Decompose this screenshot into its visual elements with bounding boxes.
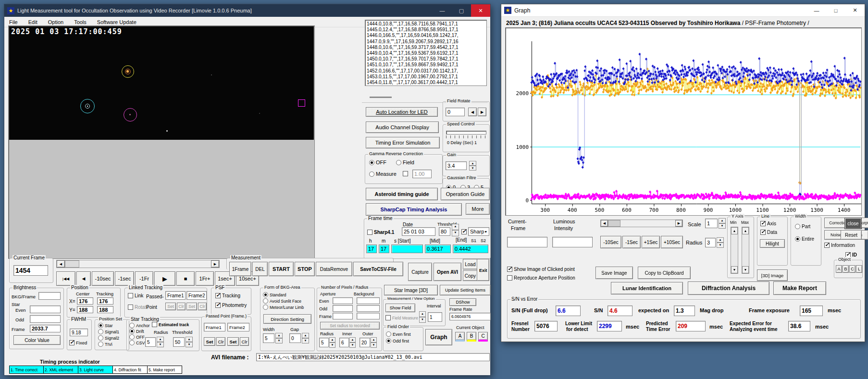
- direction-setting-button[interactable]: Direction Setting: [263, 314, 311, 324]
- spin-down-icon[interactable]: ▼: [469, 166, 476, 171]
- gamma-measure-radio[interactable]: [369, 171, 374, 177]
- scrollbar-thumb[interactable]: [608, 220, 620, 227]
- px-even-bkg-field[interactable]: [357, 297, 380, 304]
- px-odd-aperture-field[interactable]: [333, 305, 353, 312]
- second-end-field[interactable]: 0.4442: [453, 245, 488, 253]
- passed-frame2-field[interactable]: Frame2: [227, 323, 249, 331]
- drift-radio[interactable]: [129, 329, 135, 334]
- scroll-left-icon[interactable]: ◀: [601, 220, 608, 227]
- spin-up-icon[interactable]: ▲: [275, 333, 283, 338]
- posset-tivi-radio[interactable]: [98, 342, 103, 347]
- width-entire-radio[interactable]: [795, 236, 800, 242]
- interval-spinner[interactable]: ▲▼: [419, 311, 426, 323]
- minus-1sec-button[interactable]: -1sec: [115, 271, 134, 286]
- px-outer-field[interactable]: 20: [360, 338, 370, 347]
- spin-up-icon[interactable]: ▲: [419, 311, 426, 317]
- fresnel-field[interactable]: 5076: [534, 321, 558, 331]
- graph-scrollbar[interactable]: ◀ ▶: [600, 220, 683, 227]
- estimated-track-checkbox[interactable]: [152, 322, 157, 327]
- asteroid-timing-guide-button[interactable]: Asteroid timing guide: [366, 188, 438, 200]
- graph-object-l-button[interactable]: L: [856, 265, 862, 273]
- goto-first-frame-button[interactable]: |◀◀: [56, 271, 75, 286]
- spin-down-icon[interactable]: ▼: [717, 243, 724, 248]
- measurement-data-list[interactable]: 1444.0,10.8,"",17,16,58.7116,58.7941,17,…: [365, 20, 487, 86]
- close-icon[interactable]: ✕: [845, 4, 865, 16]
- track-threshold-field[interactable]: 50: [173, 337, 185, 347]
- lightcurve-canvas[interactable]: [506, 28, 861, 215]
- rotate-checkbox[interactable]: [128, 305, 133, 310]
- fwhm-fixed-checkbox[interactable]: [69, 340, 74, 345]
- lunar-identification-button[interactable]: Lunar Identification: [611, 282, 683, 294]
- sn-full-drop-field[interactable]: 6.6: [556, 306, 581, 316]
- psf-tracking-checkbox[interactable]: [215, 293, 221, 298]
- object-a-button[interactable]: A: [455, 332, 465, 342]
- graph-object-a-button[interactable]: A: [836, 265, 842, 273]
- tracking-csv-radio[interactable]: [129, 340, 135, 345]
- passed-set2-button[interactable]: Set: [227, 337, 239, 346]
- threshold-spinner[interactable]: ▲▼: [452, 224, 459, 236]
- copy-clipboard-button[interactable]: Copy to ClipBoard: [638, 267, 691, 279]
- save-image-button[interactable]: Save Image: [595, 267, 633, 279]
- scroll-right-icon[interactable]: ▶: [675, 220, 682, 227]
- operation-guide-button[interactable]: Operation Guide: [441, 188, 490, 200]
- graph-object-b-button[interactable]: B: [843, 265, 849, 273]
- spin-down-icon[interactable]: ▼: [275, 338, 283, 343]
- px-radius-spinner[interactable]: ▲▼: [329, 337, 335, 348]
- y-max-scrollbar[interactable]: ▲▼: [742, 227, 749, 274]
- luminous-intensity-field[interactable]: [552, 237, 593, 247]
- spin-down-icon[interactable]: ▼: [349, 342, 356, 348]
- predicted-error-field[interactable]: 209: [676, 321, 706, 331]
- linked-clr2-button[interactable]: Clr: [198, 303, 207, 310]
- spin-down-icon[interactable]: ▼: [329, 342, 335, 348]
- spin-up-icon[interactable]: ▲: [371, 337, 377, 342]
- spin-up-icon[interactable]: ▲: [469, 161, 476, 166]
- exit-button[interactable]: Exit: [477, 259, 489, 281]
- lightcurve-plot[interactable]: [505, 27, 862, 216]
- gamma-value-field[interactable]: 1.00: [412, 170, 432, 178]
- spin-down-icon[interactable]: ▼: [302, 338, 309, 343]
- gap-spinner[interactable]: ▲▼: [302, 333, 309, 343]
- star-odd-field[interactable]: [30, 315, 61, 323]
- star-even-field[interactable]: [30, 306, 61, 313]
- posset-signal2-radio[interactable]: [98, 335, 103, 341]
- passed-set1-button[interactable]: Set: [204, 337, 215, 346]
- audio-channel-display-button[interactable]: Audio Channel Display: [366, 122, 439, 133]
- start-button[interactable]: START: [269, 262, 294, 276]
- spin-up-icon[interactable]: ▲: [157, 337, 164, 342]
- color-value-button[interactable]: Color Value: [13, 335, 61, 345]
- frame-rate-field[interactable]: 6.0604976: [449, 313, 491, 320]
- expected-error-field[interactable]: 38.6: [788, 321, 810, 331]
- date-field[interactable]: 25 01 03: [402, 227, 435, 236]
- sharp-mode-dropdown[interactable]: Sharp▼: [468, 227, 489, 236]
- play-button[interactable]: ▶: [154, 271, 175, 286]
- spin-down-icon[interactable]: ▼: [157, 342, 164, 347]
- px-frame-bkg-field[interactable]: [357, 313, 380, 319]
- track-radius-spinner[interactable]: ▲▼: [157, 337, 164, 347]
- px-inner-field[interactable]: 6: [339, 338, 349, 347]
- sharp-checkbox[interactable]: [367, 230, 372, 235]
- line-axis-checkbox[interactable]: [760, 221, 766, 226]
- x-center-field[interactable]: 176: [77, 297, 93, 305]
- second-start-field[interactable]: [391, 245, 423, 253]
- px-even-aperture-field[interactable]: [333, 297, 353, 304]
- px-frame-aperture-field[interactable]: [333, 313, 353, 319]
- graph-radius-spinner[interactable]: ▲▼: [717, 237, 724, 248]
- odd-first-radio[interactable]: [386, 338, 391, 343]
- menu-edit[interactable]: Edit: [28, 19, 37, 25]
- spin-up-icon[interactable]: ▲: [349, 337, 356, 342]
- linked-clr1-button[interactable]: Clr: [177, 303, 186, 310]
- spin-up-icon[interactable]: ▲: [186, 337, 193, 342]
- menu-file[interactable]: File: [9, 19, 18, 25]
- tracking-off-radio[interactable]: [129, 334, 135, 340]
- y-center-field[interactable]: 188: [77, 306, 93, 313]
- track-radius-field[interactable]: 5: [145, 337, 156, 347]
- gamma-field-radio[interactable]: [396, 160, 401, 165]
- maximize-icon[interactable]: ▢: [452, 4, 471, 17]
- px-odd-bkg-field[interactable]: [357, 305, 380, 312]
- spin-down-icon[interactable]: ▼: [419, 317, 426, 323]
- spin-up-icon[interactable]: ▲: [717, 237, 724, 243]
- posset-signal1-radio[interactable]: [98, 329, 103, 334]
- scale-field[interactable]: 1: [705, 219, 718, 228]
- interval-field[interactable]: 1: [428, 312, 442, 322]
- gamma-off-radio[interactable]: [369, 160, 374, 165]
